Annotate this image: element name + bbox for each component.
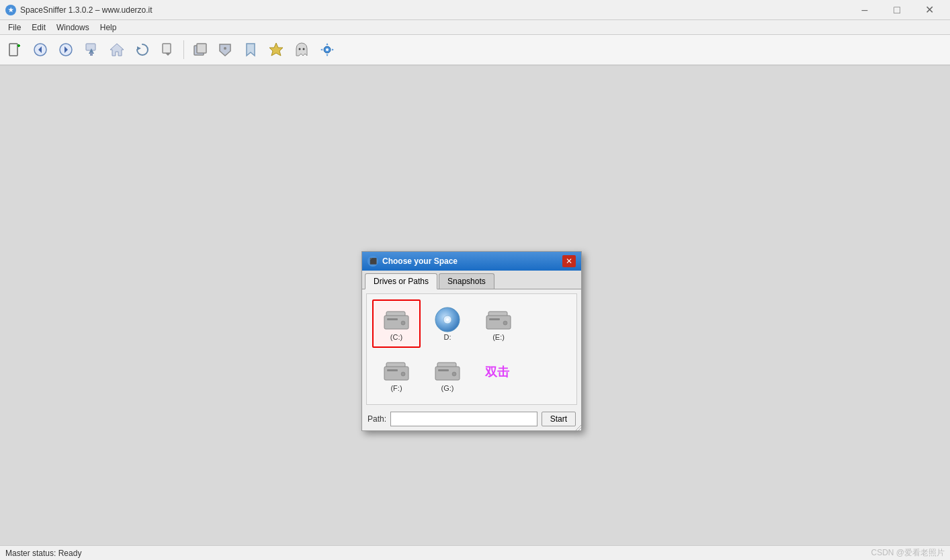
drive-f[interactable]: (F:) [372,351,421,399]
new-icon [7,42,23,58]
drive-c-icon [383,306,410,330]
svg-point-17 [224,47,226,50]
maximize-button[interactable]: □ [881,0,912,20]
app-title: SpaceSniffer 1.3.0.2 – www.uderzo.it [20,5,153,15]
choose-space-dialog: ⬛ Choose your Space ✕ Drives or Paths Sn… [361,251,582,431]
refresh-icon [134,42,150,58]
tag-button[interactable] [213,38,237,62]
menu-windows[interactable]: Windows [51,21,95,34]
dialog-titlebar: ⬛ Choose your Space ✕ [362,252,581,271]
svg-marker-10 [110,44,124,56]
star-button[interactable] [264,38,288,62]
drive-e-label: (E:) [492,333,505,341]
menu-edit[interactable]: Edit [26,21,51,34]
path-input[interactable] [390,412,537,426]
svg-point-31 [401,321,405,325]
drive-d[interactable]: D: [423,299,472,348]
forward-icon [58,42,74,58]
drive-f-label: (F:) [390,384,402,392]
toolbar-separator-1 [183,40,184,59]
new-button[interactable] [3,38,27,62]
dialog-title-icon: ⬛ [368,256,378,267]
svg-point-38 [503,321,507,325]
status-bar: Master status: Ready CSDN @爱看老照片 [0,545,950,560]
watermark: CSDN @爱看老照片 [871,547,945,559]
back-button[interactable] [28,38,52,62]
svg-marker-11 [137,46,141,50]
drive-d-icon [434,306,461,330]
toolbar [0,35,950,66]
svg-rect-0 [9,44,17,56]
dialog-resize-handle[interactable] [573,422,581,430]
title-bar-left: ★ SpaceSniffer 1.3.0.2 – www.uderzo.it [5,5,153,15]
drive-f-icon [383,357,410,381]
ghost-button[interactable] [290,38,314,62]
ghost-icon [294,42,310,58]
minimize-button[interactable]: – [849,0,880,20]
path-label: Path: [368,414,386,424]
forward-button[interactable] [54,38,78,62]
start-button[interactable]: Start [542,412,576,426]
svg-marker-18 [247,44,255,56]
svg-line-47 [576,425,581,430]
home-button[interactable] [105,38,129,62]
app-icon: ★ [5,5,16,15]
bookmark-button[interactable] [239,38,263,62]
3d-button[interactable] [187,38,212,62]
double-click-annotation: 双击 [474,351,520,399]
export-button[interactable] [156,38,180,62]
main-content: ⬛ Choose your Space ✕ Drives or Paths Sn… [0,66,950,545]
close-button[interactable]: ✕ [914,0,945,20]
drive-c[interactable]: (C:) [372,299,421,348]
svg-rect-41 [387,369,398,371]
drive-e-icon [485,306,512,330]
dialog-path-row: Path: Start [362,409,581,430]
svg-point-42 [401,372,405,376]
svg-marker-25 [327,54,329,56]
settings-icon [319,42,335,58]
home-icon [109,42,125,58]
menu-bar: File Edit Windows Help [0,20,950,35]
drive-g[interactable]: (G:) [423,351,472,399]
svg-line-48 [578,428,581,430]
svg-marker-13 [165,53,171,56]
tab-snapshots[interactable]: Snapshots [439,273,494,289]
svg-rect-30 [387,318,398,320]
back-icon [32,42,48,58]
3d-icon [191,42,208,58]
svg-rect-45 [438,369,449,371]
up-button[interactable] [79,38,103,62]
svg-rect-15 [197,44,206,53]
svg-point-46 [452,372,456,376]
star-icon [268,42,284,58]
svg-marker-19 [269,43,283,56]
status-text: Master status: Ready [5,549,81,558]
drive-e[interactable]: (E:) [474,299,523,348]
drive-d-label: D: [444,333,451,341]
dialog-title: Choose your Space [382,256,458,266]
export-icon [160,42,176,58]
svg-marker-26 [320,49,322,51]
svg-rect-7 [86,44,95,50]
menu-file[interactable]: File [3,21,26,34]
svg-rect-37 [489,318,500,320]
settings-button[interactable] [315,38,339,62]
svg-marker-16 [220,44,230,56]
dialog-drive-grid: (C:) [366,293,577,405]
svg-rect-9 [90,52,93,56]
drive-g-label: (G:) [441,384,454,392]
refresh-button[interactable] [130,38,155,62]
dialog-close-button[interactable]: ✕ [562,255,576,267]
menu-help[interactable]: Help [95,21,122,34]
tag-icon [217,42,233,58]
svg-point-23 [326,48,329,51]
dialog-tabs: Drives or Paths Snapshots [362,271,581,289]
svg-point-34 [446,318,449,321]
drive-c-label: (C:) [390,333,402,341]
tab-drives-or-paths[interactable]: Drives or Paths [365,273,437,289]
bookmark-icon [243,42,259,58]
svg-rect-12 [163,44,171,53]
svg-marker-24 [327,43,329,45]
svg-point-20 [299,48,301,50]
drive-g-icon [434,357,461,381]
